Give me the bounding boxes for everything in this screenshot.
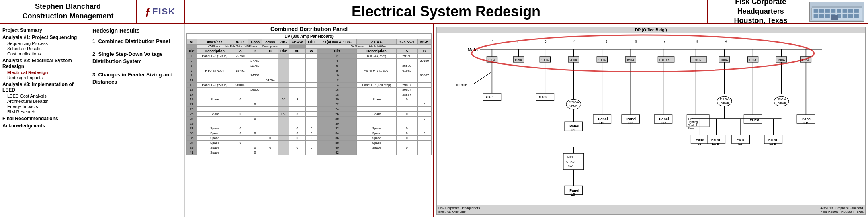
company-info: Stephen Blanchard Construction Managemen… [0,0,137,23]
distribution-panel-table: DP (800 Amp Panelboard) V: 480Y/277 Rat … [186,33,432,155]
table-row: 1 [187,54,197,59]
table-row [262,102,278,107]
svg-text:L1: L1 [698,142,702,145]
sidebar-item-sequencing[interactable]: Sequencing Process [2,41,85,46]
table-row: 19 [187,97,197,102]
svg-text:Panel: Panel [598,117,608,121]
sidebar-item-analysis2[interactable]: Analysis #2: Electrical System Redesign [2,58,85,69]
svg-text:190A: 190A [749,58,757,62]
table-row [278,54,289,59]
middle-panel: Redesign Results 1. Combined Distributio… [88,24,434,217]
table-row [248,97,262,102]
svg-rect-6 [831,9,835,13]
table-row [306,54,317,59]
col-v: V: [187,39,197,45]
svg-text:GRAC: GRAC [566,160,575,164]
sidebar-item-analysis1[interactable]: Analysis #1: Project Sequencing [2,35,85,40]
table-row [233,102,248,107]
table-row: 0 [248,145,262,150]
table-row [197,102,233,107]
table-row [289,73,306,78]
table-row [306,73,317,78]
svg-text:9: 9 [725,39,727,44]
svg-text:190A: 190A [541,58,549,62]
table-row: 0 [233,141,248,145]
svg-text:8: 8 [696,39,698,44]
table-row: 0 [248,131,262,136]
table-row: 29150 [418,59,432,63]
table-row: 0 [289,136,306,141]
table-row [278,102,289,107]
table-row [248,141,262,145]
table-row: Panel H-1 (1-305) [357,68,396,73]
panel-subtitle: DP (800 Amp Panelboard) [187,34,432,39]
table-row: 28 [317,117,357,121]
svg-text:Panel: Panel [737,138,745,141]
table-row [233,150,248,155]
svg-text:H1: H1 [599,121,604,125]
table-row: 37 [187,141,197,145]
table-row [418,145,432,150]
svg-text:Pane: Pane [688,127,694,130]
table-row: Space [197,131,233,136]
table-row: 19791 [233,68,248,73]
table-row: 0 [418,117,432,121]
redesign-item-1: 1. Combined Distribution Panel [92,38,180,45]
table-row [262,107,278,112]
sidebar-item-schedule[interactable]: Schedule Results [2,46,85,51]
table-row: 39 [187,145,197,150]
middle-content-area: Redesign Results 1. Combined Distributio… [88,24,433,217]
table-row [418,68,432,73]
table-row [418,126,432,131]
table-row [233,121,248,126]
table-row [197,107,233,112]
table-row: Spare [197,112,233,117]
svg-text:150A: 150A [626,58,635,62]
svg-text:190A: 190A [777,58,785,62]
table-row: Space [357,145,396,150]
table-row: 0 [396,145,417,150]
sidebar-item-project-summary[interactable]: Project Summary [2,27,85,33]
svg-text:H3: H3 [571,128,575,132]
sidebar-item-leed-cost[interactable]: LEED Cost Analysis [2,94,85,98]
sidebar-section-final: Final Recommendations [2,116,85,121]
sidebar-item-analysis3[interactable]: Analysis #3: Implementation of LEED [2,82,85,93]
client-info: Fisk Corporate Headquarters Houston, Tex… [707,0,868,23]
sidebar-item-bim-research[interactable]: BIM Research [2,109,85,114]
col-rail: Rat # [233,39,248,45]
svg-rect-16 [842,14,847,18]
table-row [248,136,262,141]
table-row: 0 [306,145,317,150]
table-row: 0 [233,97,248,102]
sidebar-section-analysis3: Analysis #3: Implementation of LEED LEED… [2,82,85,114]
table-row: 6 [317,63,357,68]
sidebar-item-arch-breadth[interactable]: Architectural Breadth [2,99,85,104]
sidebar-item-cost-impl[interactable]: Cost Implications [2,51,85,56]
company-name-line1: Stephen Blanchard [35,2,101,10]
table-row: Space [357,136,396,141]
table-row [233,59,248,63]
sidebar-item-energy-impacts[interactable]: Energy Impacts [2,104,85,109]
table-row: 16 [317,88,357,92]
svg-text:Panel: Panel [626,117,636,121]
col-bkr: Bkr [278,49,289,54]
table-row: 40 [317,145,357,150]
svg-text:Panel: Panel [569,188,579,192]
table-row: 33 [187,131,197,136]
table-row [357,88,396,92]
sidebar-item-redesign-impacts[interactable]: Redesign Impacts [2,75,85,80]
redesign-item-2: 2. Single Step-Down Voltage Distribution… [92,51,180,65]
table-row [248,126,262,131]
sidebar-item-final-rec[interactable]: Final Recommendations [2,116,85,121]
table-row [278,73,289,78]
sidebar-item-acknowledgments[interactable]: Acknowledgments [2,123,85,129]
client-name: Fisk Corporate Headquarters Houston, Tex… [712,0,809,26]
col-b2: B [418,49,432,54]
table-row [233,107,248,112]
col-3p4w: 3P-4W [289,39,306,45]
table-row: 2 [317,54,357,59]
svg-text:HPS: HPS [567,156,573,159]
table-row: Spare [357,97,396,102]
sidebar-item-electrical-redesign[interactable]: Electrical Redesign [2,70,85,75]
svg-text:L1-B: L1-B [712,142,719,145]
